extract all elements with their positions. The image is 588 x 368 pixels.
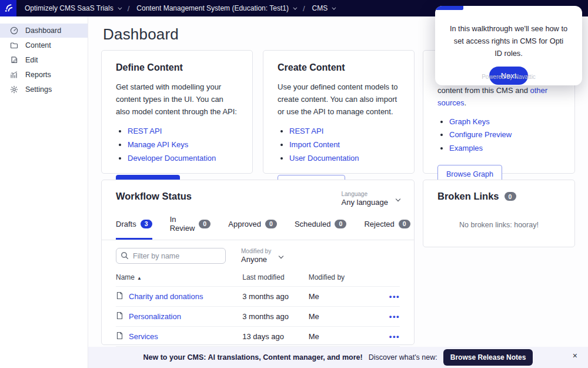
- card-body: content from this CMS and other sources.: [437, 85, 560, 110]
- list-item: Import Content: [289, 138, 400, 152]
- powered-by-navattic-link[interactable]: Powered by Navattic: [435, 74, 582, 80]
- browse-release-notes-button[interactable]: Browse Release Notes: [443, 349, 533, 366]
- document-icon: [116, 311, 123, 321]
- card-body: Get started with modelling your content …: [116, 81, 238, 118]
- content-item-link[interactable]: Personalization: [129, 312, 181, 321]
- sidebar-item-settings[interactable]: Settings: [0, 82, 88, 97]
- banner-subtext: Discover what's new:: [369, 353, 437, 362]
- language-dropdown[interactable]: Language Any language: [341, 191, 400, 207]
- breadcrumb-separator: /: [128, 4, 130, 13]
- graph-keys-link[interactable]: Graph Keys: [449, 117, 490, 126]
- row-actions-ellipsis-icon[interactable]: •••: [389, 312, 400, 321]
- modified-by-value: Anyone: [241, 255, 271, 264]
- row-actions-ellipsis-icon[interactable]: •••: [389, 332, 400, 341]
- broken-links-count-badge: 0: [505, 192, 516, 201]
- tab-count-badge: 3: [141, 220, 152, 228]
- sidebar-item-label: Reports: [25, 71, 51, 79]
- breadcrumb-separator: /: [303, 4, 305, 13]
- tab-rejected[interactable]: Rejected 0: [364, 215, 410, 240]
- breadcrumb-label: CMS: [312, 4, 328, 12]
- card-link-list: REST API Manage API Keys Developer Docum…: [128, 125, 238, 165]
- tab-count-badge: 0: [265, 220, 277, 228]
- tab-label: Drafts: [116, 220, 136, 228]
- search-icon: [121, 251, 129, 262]
- broken-links-empty-message: No broken links: hooray!: [423, 221, 574, 229]
- content-item-link[interactable]: Services: [129, 332, 158, 341]
- rest-api-link[interactable]: REST API: [289, 127, 323, 135]
- tab-drafts[interactable]: Drafts 3: [116, 215, 152, 240]
- walkthrough-progress-bar: [435, 6, 463, 10]
- rest-api-link[interactable]: REST API: [128, 127, 162, 135]
- user-documentation-link[interactable]: User Documentation: [289, 154, 359, 163]
- list-item: Manage API Keys: [128, 138, 238, 152]
- last-modified-cell: 13 days ago: [242, 327, 308, 347]
- optimizely-logo-icon: [3, 3, 14, 14]
- card-body: Use your defined content models to creat…: [278, 81, 400, 118]
- edit-icon: [9, 56, 18, 65]
- sidebar-item-label: Edit: [25, 56, 38, 64]
- walkthrough-tooltip: In this walkthrough we'll see how to set…: [435, 6, 582, 85]
- release-notes-banner: New to your CMS: AI translations, Conten…: [88, 347, 588, 368]
- list-item: User Documentation: [289, 152, 400, 165]
- developer-documentation-link[interactable]: Developer Documentation: [128, 154, 216, 163]
- optimizely-logo[interactable]: [0, 0, 16, 16]
- chevron-down-icon: [332, 5, 336, 9]
- workflow-tabs: Drafts 3 In Review 0 Approved 0 Schedule…: [102, 207, 414, 240]
- manage-api-keys-link[interactable]: Manage API Keys: [128, 140, 188, 149]
- import-content-link[interactable]: Import Content: [289, 140, 340, 149]
- list-item: Configure Preview: [449, 128, 560, 142]
- card-body-text: .: [465, 98, 467, 107]
- settings-icon: [9, 85, 18, 94]
- column-header-last-modified[interactable]: Last modified: [242, 270, 308, 287]
- sidebar-item-edit[interactable]: Edit: [0, 53, 88, 67]
- workflow-status-card: Workflow Status Language Any language Dr…: [101, 180, 415, 345]
- filter-by-name-input[interactable]: [116, 248, 226, 264]
- tab-label: Scheduled: [295, 220, 330, 228]
- table-row: Charity and donations 3 months ago Me ••…: [116, 287, 400, 307]
- modified-by-cell: Me: [309, 287, 376, 307]
- sidebar-item-content[interactable]: Content: [0, 38, 88, 52]
- tab-count-badge: 0: [335, 220, 346, 228]
- tab-approved[interactable]: Approved 0: [228, 215, 277, 240]
- tab-count-badge: 0: [399, 220, 410, 228]
- tab-scheduled[interactable]: Scheduled 0: [295, 215, 346, 240]
- column-header-actions: [376, 270, 400, 287]
- card-body-text: content from this CMS and: [437, 86, 530, 95]
- configure-preview-link[interactable]: Configure Preview: [449, 130, 512, 139]
- breadcrumb-org-switcher[interactable]: Optimizely CMS SaaS Trials: [25, 4, 121, 12]
- sidebar-item-label: Settings: [25, 85, 52, 94]
- tab-in-review[interactable]: In Review 0: [170, 215, 211, 240]
- sidebar-item-label: Dashboard: [25, 26, 61, 35]
- tab-label: In Review: [170, 215, 195, 233]
- modified-by-dropdown[interactable]: Modified by Anyone: [241, 248, 283, 264]
- table-row: Personalization 3 months ago Me •••: [116, 307, 400, 327]
- card-title: Create Content: [278, 62, 400, 73]
- list-item: REST API: [289, 125, 400, 138]
- sidebar-item-label: Content: [25, 41, 51, 49]
- examples-link[interactable]: Examples: [449, 144, 483, 152]
- sidebar-item-dashboard[interactable]: Dashboard: [0, 24, 88, 38]
- content-item-link[interactable]: Charity and donations: [129, 292, 203, 301]
- column-header-label: Name: [116, 273, 135, 281]
- document-icon: [116, 291, 123, 301]
- walkthrough-text: In this walkthrough we'll see how to set…: [435, 6, 582, 59]
- column-header-label: Modified by: [309, 273, 345, 281]
- breadcrumb-app-switcher[interactable]: CMS: [312, 4, 335, 12]
- close-icon[interactable]: ×: [573, 352, 577, 360]
- sidebar: Dashboard Content Edit Reports Settings: [0, 16, 88, 368]
- column-header-modified-by[interactable]: Modified by: [309, 270, 376, 287]
- gauge-icon: [9, 26, 18, 35]
- breadcrumb-project-switcher[interactable]: Content Management System (Education: Te…: [136, 4, 296, 12]
- broken-links-title: Broken Links: [437, 191, 499, 202]
- document-icon: [116, 331, 123, 342]
- column-header-name[interactable]: Name▲: [116, 270, 242, 287]
- row-actions-ellipsis-icon[interactable]: •••: [389, 292, 400, 301]
- sort-ascending-icon: ▲: [137, 276, 142, 281]
- workflow-table: Name▲ Last modified Modified by Charity …: [116, 270, 400, 347]
- chevron-down-icon: [118, 5, 122, 9]
- list-item: REST API: [128, 125, 238, 138]
- breadcrumb-label: Content Management System (Education: Te…: [136, 4, 289, 12]
- broken-links-card: Broken Links 0 No broken links: hooray!: [423, 180, 575, 247]
- breadcrumb-label: Optimizely CMS SaaS Trials: [25, 4, 113, 12]
- sidebar-item-reports[interactable]: Reports: [0, 68, 88, 82]
